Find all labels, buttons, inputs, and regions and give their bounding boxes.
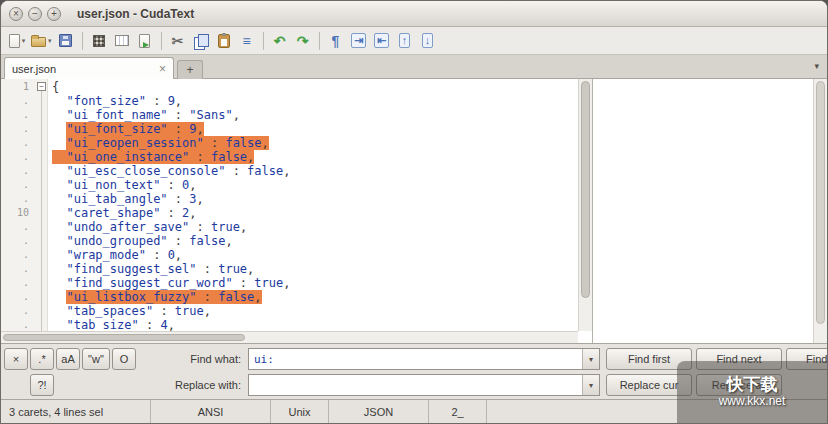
unindent-icon: ⇤ [374, 33, 389, 48]
status-line-endings[interactable]: Unix [271, 400, 329, 423]
copy-button[interactable] [190, 29, 212, 53]
find-input[interactable]: ui: ▾ [248, 348, 600, 370]
line-number: . [1, 122, 29, 136]
toolbar-separator [263, 32, 264, 50]
replace-with-label: Replace with: [132, 379, 248, 391]
selection-highlight: "ui_listbox_fuzzy" : false, [66, 290, 261, 304]
panel-vscrollbar[interactable] [813, 79, 827, 343]
whole-word-toggle[interactable]: "w" [82, 348, 110, 370]
line-number: . [1, 318, 29, 332]
regex-toggle[interactable]: .* [30, 348, 54, 370]
open-file-button[interactable]: ▾ [29, 29, 54, 53]
binary-view-button[interactable] [88, 29, 110, 53]
editor-line[interactable]: "ui_reopen_session" : false, [52, 136, 578, 150]
editor-line[interactable]: "tab_size" : 4, [52, 318, 578, 331]
show-whitespace-button[interactable]: ¶ [325, 29, 347, 53]
line-number: 1 [1, 80, 29, 94]
line-number: . [1, 248, 29, 262]
selection-highlight: "ui_reopen_session" : false, [66, 136, 268, 150]
editor-hscroll-thumb[interactable] [3, 334, 245, 341]
move-line-down-icon: ↓ [422, 33, 434, 48]
tab-user-json[interactable]: user.json × [4, 57, 174, 79]
paste-button[interactable] [213, 29, 235, 53]
editor-line[interactable]: "undo_after_save" : true, [52, 220, 578, 234]
editor-line[interactable]: "ui_one_instance" : false, [52, 150, 578, 164]
titlebar[interactable]: × − + user.json - CudaText [1, 1, 827, 27]
new-file-button[interactable]: ▾ [6, 29, 28, 53]
dropdown-chevron-icon: ▾ [48, 37, 52, 45]
editor-vscrollbar[interactable] [578, 79, 592, 331]
editor-line[interactable]: "undo_grouped" : false, [52, 234, 578, 248]
editor-line[interactable]: "ui_non_text" : 0, [52, 178, 578, 192]
save-button[interactable] [55, 29, 77, 53]
editor-line[interactable]: { [52, 80, 578, 94]
unindent-button[interactable]: ⇤ [371, 29, 393, 53]
line-number: . [1, 136, 29, 150]
move-line-down-button[interactable]: ↓ [417, 29, 439, 53]
find-what-label: Find what: [132, 353, 248, 365]
panel-vscroll-thumb[interactable] [816, 81, 825, 324]
fold-column: − [35, 79, 48, 331]
line-number: . [1, 164, 29, 178]
editor-line[interactable]: "ui_esc_close_console" : false, [52, 164, 578, 178]
editor-line[interactable]: "wrap_mode" : 0, [52, 248, 578, 262]
editor-line[interactable]: "font_size" : 9, [52, 94, 578, 108]
editor-line[interactable]: "ui_tab_angle" : 3, [52, 192, 578, 206]
tab-close-icon[interactable]: × [159, 63, 166, 75]
line-number: 10 [1, 206, 29, 220]
minimize-button[interactable]: − [28, 7, 42, 21]
move-line-up-button[interactable]: ↑ [394, 29, 416, 53]
replace-history-dropdown-icon[interactable]: ▾ [582, 375, 599, 395]
move-line-up-icon: ↑ [399, 33, 411, 48]
find-prev-button[interactable]: Find prev [786, 348, 827, 370]
reload-file-button[interactable] [134, 29, 156, 53]
editor-lines[interactable]: { "font_size" : 9, "ui_font_name" : "San… [48, 79, 578, 331]
line-number: . [1, 304, 29, 318]
fold-toggle-icon[interactable]: − [37, 82, 46, 91]
editor-line[interactable]: "ui_listbox_fuzzy" : false, [52, 290, 578, 304]
editor-vscroll-thumb[interactable] [581, 81, 590, 298]
redo-icon: ↷ [297, 34, 309, 48]
editor-line[interactable]: "caret_shape" : 2, [52, 206, 578, 220]
redo-button[interactable]: ↷ [292, 29, 314, 53]
line-number: . [1, 150, 29, 164]
editor-line[interactable]: "ui_font_name" : "Sans", [52, 108, 578, 122]
find-buttons: Find first Find next Find prev [606, 348, 827, 370]
find-input-value[interactable]: ui: [249, 349, 582, 369]
line-number: . [1, 234, 29, 248]
toolbar-separator [82, 32, 83, 50]
editor-line[interactable]: "find_suggest_cur_word" : true, [52, 276, 578, 290]
confirm-replace-toggle[interactable]: ?! [30, 374, 54, 396]
maximize-button[interactable]: + [47, 7, 61, 21]
replace-input-value[interactable] [249, 375, 582, 395]
new-file-icon [9, 34, 20, 48]
line-number: . [1, 290, 29, 304]
status-tab-options[interactable]: 2_ [429, 400, 487, 423]
tab-list-chevron-icon[interactable]: ▾ [814, 61, 819, 71]
find-history-dropdown-icon[interactable]: ▾ [582, 349, 599, 369]
select-all-button[interactable]: ≡ [236, 29, 258, 53]
new-tab-button[interactable]: + [177, 60, 203, 79]
case-toggle[interactable]: aA [56, 348, 80, 370]
replace-row: ?! Replace with: ▾ Replace cur Replace a… [4, 372, 827, 398]
editor-line[interactable]: "tab_spaces" : true, [52, 304, 578, 318]
close-button[interactable]: × [9, 7, 23, 21]
status-lexer[interactable]: JSON [329, 400, 429, 423]
line-number: . [1, 276, 29, 290]
secondary-panel [593, 79, 827, 343]
close-find-button[interactable]: × [4, 348, 28, 370]
editor-line[interactable]: "find_suggest_sel" : true, [52, 262, 578, 276]
window-title: user.json - CudaText [77, 7, 194, 21]
cut-button[interactable]: ✂ [167, 29, 189, 53]
find-first-button[interactable]: Find first [606, 348, 692, 370]
editor-hscrollbar[interactable] [1, 331, 578, 343]
char-map-button[interactable] [111, 29, 133, 53]
replace-all-button[interactable]: Replace all [696, 374, 782, 396]
status-encoding[interactable]: ANSI [151, 400, 271, 423]
indent-button[interactable]: ⇥ [348, 29, 370, 53]
replace-current-button[interactable]: Replace cur [606, 374, 692, 396]
find-next-button[interactable]: Find next [696, 348, 782, 370]
editor-line[interactable]: "ui_font_size" : 9, [52, 122, 578, 136]
undo-button[interactable]: ↶ [269, 29, 291, 53]
replace-input[interactable]: ▾ [248, 374, 600, 396]
